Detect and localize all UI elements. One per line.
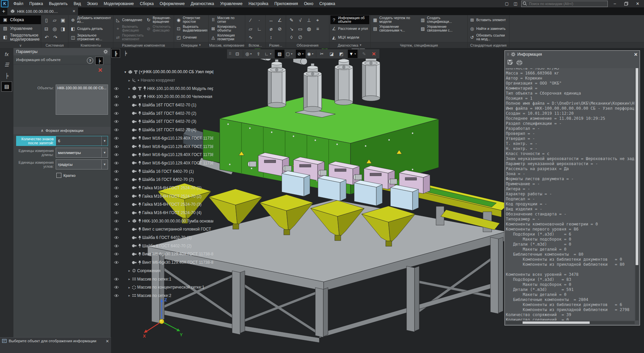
tree-item[interactable]: Винт М16-6gx110.129.40Х ГОСТ 11738- [111,151,213,159]
tree-item[interactable]: Шайба 6 ГОСТ 6402-70 (2) [111,242,213,250]
visibility-eye-icon[interactable] [111,95,121,98]
display-mode-icon[interactable]: ▢▼ [284,50,294,58]
zoom-icon[interactable]: ◎▼ [244,50,254,58]
tolerance-icon[interactable]: ⌖ [314,16,322,24]
construction-axis-icon[interactable]: ∕ [247,16,255,24]
manage-specs-button[interactable]: ▨Управление связанными с... [419,24,466,33]
panel-info-icon[interactable]: ▤ [1,82,12,92]
tree-item[interactable]: ▸НКК-100.30.00.00.00.00 Тумба основан [111,217,213,225]
panel-tree-icon[interactable]: ╞ [2,71,12,80]
vertical-scrollbar[interactable] [635,68,639,320]
ribbon-collapse-icon[interactable]: ∨ [19,43,22,47]
cancel-icon[interactable]: ✕ [369,50,379,58]
visibility-eye-icon[interactable] [111,161,121,165]
objects-listbox[interactable]: НКК-100.00.00.00.00.00 СБ... [56,85,108,115]
ribbon-group-label[interactable]: Операции▼ [174,42,208,48]
tree-item[interactable]: Гайка М16-6Н ГОСТ 2524-70 (4) [111,209,213,217]
note-icon[interactable]: ✎ [287,16,296,24]
tree-item[interactable]: Гайка М16-6Н ГОСТ 2524-70 (1) [111,184,213,192]
local-cs-icon[interactable]: ∟ [255,25,263,33]
tree-item[interactable]: ▾(+)НКК-100.00.00.00.00.00 СБ Узел перфо [111,68,213,76]
menu-item[interactable]: Сборка [137,0,157,7]
ribbon-group-label[interactable]: Массив, копирование [209,42,245,48]
find-replace-button[interactable]: ◎Найти и заменить [469,24,508,33]
command-search-input[interactable] [521,1,608,7]
manage-drawings-button[interactable]: ▤Управление связанными ч... [372,24,419,33]
section-format-info[interactable]: ∧ Формат информации [13,127,111,134]
expand-arrow-icon[interactable]: ▾ [123,70,128,74]
menu-item[interactable]: Управление [217,0,246,7]
close-button[interactable]: ✕ [633,1,642,7]
menu-item[interactable]: Вид [70,0,84,7]
status-close-icon[interactable]: ✕ [106,339,109,344]
orient-up-icon[interactable]: ⇧ [254,50,263,58]
tree-item[interactable]: Гайка М16-6Н ГОСТ 2524-70 (3) [111,200,213,209]
ribbon-group-label[interactable]: Стандартные изделия [468,42,509,48]
ribbon-group-label[interactable]: Системная [41,42,68,48]
decimal-places-select[interactable]: 6 ▼ [56,136,108,146]
menu-item[interactable]: Справка [316,0,338,7]
tree-item[interactable]: Шайба 16 ГОСТ 6402-70 (1) [111,167,213,175]
menu-item[interactable]: Эскиз [84,0,101,7]
visibility-eye-icon[interactable] [111,252,121,256]
visibility-eye-icon[interactable] [111,294,121,297]
tree-item[interactable]: Винт М16-6gx110.129.40Х ГОСТ 11738- [111,142,213,151]
tree-item[interactable]: ▸Массив по сетке:2 [111,292,213,300]
visibility-eye-icon[interactable] [111,87,121,90]
marking-icon[interactable]: ▭ [296,25,304,33]
menu-item[interactable]: Оформление [157,0,187,7]
ribbon-group-label[interactable]: Обозначения [286,42,329,48]
screen-settings-icon[interactable]: ◫ [513,1,519,6]
construction-plane-icon[interactable]: ▱ [247,25,255,33]
tree-item[interactable]: Винт М16-6gx110.129.40Х ГОСТ 11738- [111,134,213,143]
visibility-eye-icon[interactable] [111,178,121,181]
expand-arrow-icon[interactable]: ▸ [127,95,132,99]
document-tab[interactable]: НКК-100.00.00.00.00.... ✕ [7,7,78,15]
minimize-button[interactable]: – [610,1,619,7]
new-document-tab-button[interactable]: + [0,7,7,15]
visibility-eye-icon[interactable] [111,203,121,206]
expand-arrow-icon[interactable]: ▸ [127,219,132,223]
horizontal-scrollbar[interactable] [506,321,635,324]
ribbon-group-label[interactable]: Диагностика▼ [329,42,370,48]
visibility-eye-icon[interactable] [111,112,121,115]
update-links-button[interactable]: ↺Обновить ссылки на мод... [469,33,508,42]
visibility-eye-icon[interactable] [111,145,121,148]
dimension-diameter-icon[interactable]: ⊘ [276,25,284,33]
menu-item[interactable]: Диагностика [188,0,217,7]
tree-item[interactable]: Винт с шестигранной головкой ГОСТ [111,225,213,234]
fix-off-button[interactable]: ⊘Отключить фиксацию [145,24,173,33]
dimension-linear-icon[interactable]: ↔ [267,16,275,24]
new-doc-icon[interactable]: ▯ [43,16,50,24]
leader-icon[interactable]: ↘ [287,25,296,33]
angle-units-select[interactable]: градусы ▼ [56,159,108,169]
ribbon-tab-active[interactable]: ▣Сборка [0,15,41,24]
construction-spiral-icon[interactable]: ∿ [247,33,255,41]
tree-item[interactable]: Шайба 16 ГОСТ 6402-70 (2) [111,175,213,184]
open-doc-icon[interactable]: ▱ [51,16,59,24]
rotate-rotate-button[interactable]: ↻Вращение-вращение [145,15,173,24]
menu-item[interactable]: Моделирование [101,0,137,7]
tree-item[interactable]: Винт М6-6gx30.129.40Х ГОСТ 11738-84 [111,250,213,258]
chevron-down-icon[interactable]: ▼ [101,136,108,146]
visibility-eye-icon[interactable] [111,153,121,156]
cancel-command-icon[interactable]: ✕ [98,67,103,74]
tree-item[interactable]: Винт М6-6gx30.129.40Х ГОСТ 11738-84 [111,258,213,267]
clip-volume-icon[interactable]: ◪ [327,50,336,58]
ribbon-tab-[interactable]: ◧Твердотельное моделирование [0,33,41,42]
hide-objects-icon[interactable]: ⊘▼ [296,50,306,58]
menu-item[interactable]: Выделить [46,0,70,7]
tree-item[interactable]: Гайка М16-6Н ГОСТ 2524-70 (2) [111,192,213,200]
eyedropper-icon[interactable]: ✎ [359,50,369,58]
print-report-icon[interactable] [517,60,522,65]
expand-arrow-icon[interactable]: ▸ [127,269,132,272]
coincide-button[interactable]: ◺Совпадение [114,15,144,24]
tree-item[interactable]: ▸Массив по сетке:1 [111,275,213,283]
construction-point-icon[interactable]: ∙ [255,16,263,24]
fix-on-button[interactable]: ⌖Включить фиксацию [114,24,144,33]
tree-item[interactable]: ▸Массив по концентрической сетке:1 [111,283,213,292]
windows-layout-icon[interactable]: ▢ [504,1,510,6]
geometry-collection-button[interactable]: ◬Коллекция геометрии [210,33,244,42]
show-objects-icon[interactable]: ◉▼ [306,50,315,58]
visibility-eye-icon[interactable] [111,170,121,173]
